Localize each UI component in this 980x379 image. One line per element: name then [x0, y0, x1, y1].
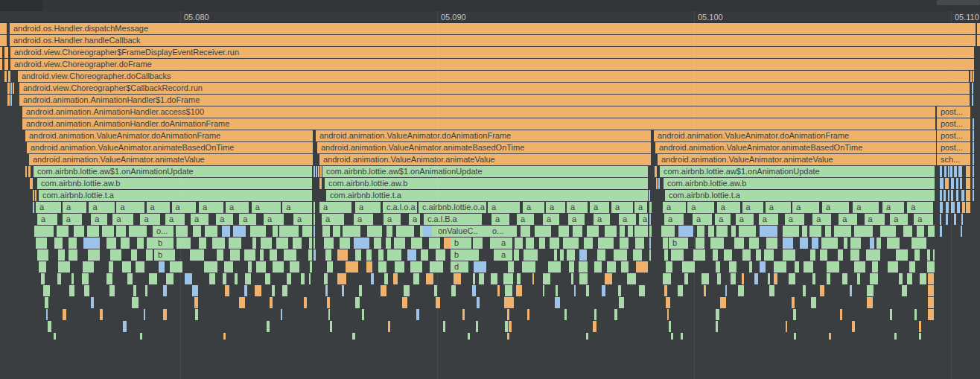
- flame-bar[interactable]: android.animation.ValueAnimator.animateB…: [317, 142, 651, 153]
- flame-bar[interactable]: android.animation.ValueAnimator.animateV…: [29, 154, 313, 165]
- flame-bar-sliver[interactable]: [966, 190, 970, 201]
- flame-bar-sliver[interactable]: [560, 249, 564, 261]
- flame-bar-sliver[interactable]: [621, 261, 628, 273]
- flame-bar[interactable]: a: [715, 214, 731, 225]
- flame-bar-sliver[interactable]: [786, 321, 788, 332]
- flame-bar-sliver[interactable]: [30, 178, 33, 189]
- flame-bar-sliver[interactable]: [840, 309, 842, 320]
- flame-bar-sliver[interactable]: [543, 285, 545, 296]
- flame-bar[interactable]: c.airbnb.lottie.o.a: [419, 202, 486, 213]
- flame-bar-sliver[interactable]: [945, 178, 949, 189]
- flame-bar-sliver[interactable]: [973, 190, 974, 201]
- flame-bar-sliver[interactable]: [607, 261, 616, 273]
- flame-bar[interactable]: a: [839, 214, 857, 225]
- flame-bar-sliver[interactable]: [649, 249, 651, 261]
- flame-bar-sliver[interactable]: [261, 238, 272, 249]
- flame-bar-sliver[interactable]: [83, 238, 99, 249]
- flame-bar[interactable]: a: [497, 238, 512, 249]
- flame-bar-sliver[interactable]: [473, 273, 475, 284]
- flame-bar-sliver[interactable]: [282, 285, 287, 296]
- flame-bar-sliver[interactable]: [136, 261, 144, 273]
- flame-bar-sliver[interactable]: [754, 273, 759, 284]
- flame-bar-sliver[interactable]: [25, 166, 27, 177]
- flame-bar-sliver[interactable]: [671, 249, 684, 261]
- flame-bar-sliver[interactable]: [509, 321, 512, 332]
- flame-bar[interactable]: a: [736, 214, 754, 225]
- flame-bar-sliver[interactable]: [961, 190, 964, 201]
- flame-bar-sliver[interactable]: [907, 273, 912, 284]
- flame-bar-sliver[interactable]: [146, 249, 153, 261]
- flame-bar-sliver[interactable]: [388, 321, 390, 332]
- flame-bar-sliver[interactable]: [894, 333, 897, 340]
- flame-bar-sliver[interactable]: [854, 226, 873, 237]
- flame-bar[interactable]: a: [355, 202, 381, 213]
- flame-bar-sliver[interactable]: [58, 261, 70, 273]
- flame-bar-sliver[interactable]: [842, 273, 847, 284]
- flame-bar-sliver[interactable]: [270, 297, 273, 308]
- flame-bar-sliver[interactable]: [973, 118, 974, 130]
- flame-bar-sliver[interactable]: [933, 249, 935, 261]
- flame-bar[interactable]: post...: [937, 118, 970, 130]
- flame-bar-sliver[interactable]: [474, 261, 486, 273]
- flame-bar-sliver[interactable]: [914, 309, 917, 320]
- flame-bar-sliver[interactable]: [957, 202, 960, 213]
- flame-bar[interactable]: a: [611, 202, 633, 213]
- flame-bar-sliver[interactable]: [598, 238, 614, 249]
- flame-bar-sliver[interactable]: [508, 261, 514, 273]
- flame-bar[interactable]: post...: [937, 142, 970, 153]
- flame-bar-sliver[interactable]: [252, 238, 257, 249]
- flame-bar-sliver[interactable]: [838, 249, 843, 261]
- flame-bar-sliver[interactable]: [516, 285, 522, 296]
- flame-bar-sliver[interactable]: [656, 178, 658, 189]
- flame-bar[interactable]: android.animation.AnimationHandler.acces…: [22, 106, 935, 118]
- flame-bar-sliver[interactable]: [515, 238, 523, 249]
- flame-bar-sliver[interactable]: [205, 226, 217, 237]
- flame-bar-sliver[interactable]: [507, 333, 509, 340]
- flame-bar-sliver[interactable]: [579, 261, 587, 273]
- flame-bar-sliver[interactable]: [37, 249, 48, 261]
- flame-bar-sliver[interactable]: [88, 249, 100, 261]
- flame-bar[interactable]: a: [914, 214, 933, 225]
- flame-bar[interactable]: a: [639, 214, 648, 225]
- flame-bar-sliver[interactable]: [248, 261, 252, 273]
- flame-bar-sliver[interactable]: [594, 309, 596, 320]
- flame-bar-sliver[interactable]: [919, 333, 921, 340]
- flame-bar[interactable]: android.view.Choreographer.doFrame: [10, 59, 974, 70]
- flame-bar-sliver[interactable]: [402, 297, 408, 308]
- flame-bar-sliver[interactable]: [194, 297, 198, 308]
- flame-bar-sliver[interactable]: [961, 226, 963, 237]
- flame-bar[interactable]: a: [517, 214, 534, 225]
- flame-bar-sliver[interactable]: [163, 285, 168, 296]
- flame-bar-sliver[interactable]: [193, 226, 201, 237]
- flame-bar-sliver[interactable]: [159, 261, 165, 273]
- flame-bar-sliver[interactable]: [535, 226, 551, 237]
- flame-bar-sliver[interactable]: [324, 238, 334, 249]
- flame-bar-sliver[interactable]: [914, 249, 920, 261]
- flame-bar[interactable]: a: [693, 214, 712, 225]
- flame-bar[interactable]: b: [669, 238, 687, 249]
- flame-bar-sliver[interactable]: [413, 273, 420, 284]
- flame-bar-sliver[interactable]: [0, 35, 7, 46]
- flame-bar-sliver[interactable]: [584, 238, 593, 249]
- flame-bar-sliver[interactable]: [760, 226, 778, 237]
- flame-bar-sliver[interactable]: [944, 166, 946, 177]
- flame-bar-sliver[interactable]: [57, 273, 61, 284]
- flame-bar-sliver[interactable]: [505, 321, 508, 332]
- flame-bar[interactable]: a: [226, 202, 249, 213]
- flame-bar[interactable]: a: [91, 214, 107, 225]
- flame-bar-sliver[interactable]: [387, 249, 401, 261]
- flame-bar[interactable]: d: [451, 261, 468, 273]
- flame-bar-sliver[interactable]: [573, 226, 582, 237]
- flame-bar-sliver[interactable]: [716, 321, 718, 332]
- flame-bar-sliver[interactable]: [384, 273, 388, 284]
- flame-bar-sliver[interactable]: [682, 261, 695, 273]
- flame-bar-sliver[interactable]: [327, 261, 333, 273]
- flame-bar-sliver[interactable]: [627, 273, 636, 284]
- flame-bar-sliver[interactable]: [966, 202, 970, 213]
- flame-bar-sliver[interactable]: [330, 321, 332, 332]
- flame-bar[interactable]: a: [491, 214, 509, 225]
- flame-bar-sliver[interactable]: [783, 226, 799, 237]
- flame-bar-sliver[interactable]: [666, 297, 670, 308]
- flame-bar-sliver[interactable]: [966, 178, 970, 189]
- flame-bar-sliver[interactable]: [121, 238, 129, 249]
